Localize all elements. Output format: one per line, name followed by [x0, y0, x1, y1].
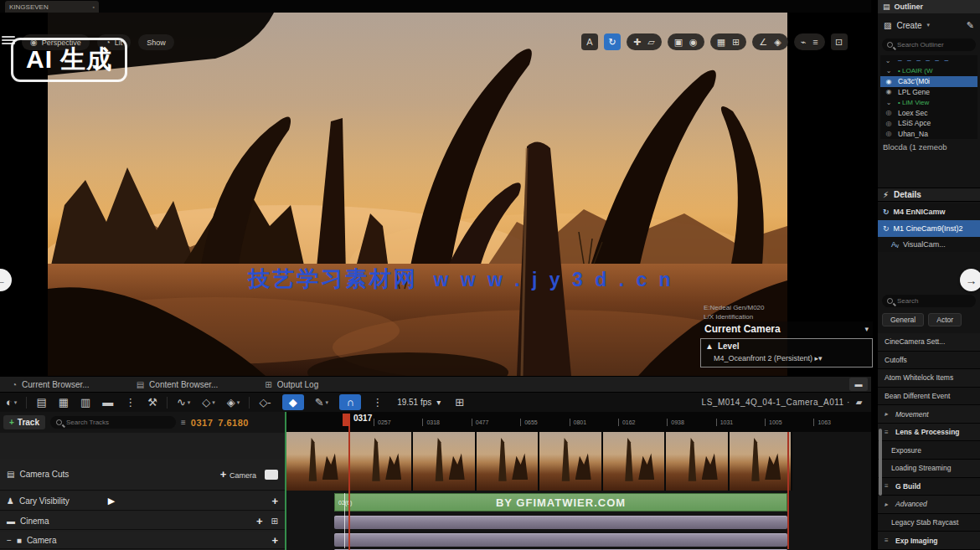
camera-speed-value-icon[interactable]: ≡: [812, 37, 818, 47]
curve-editor-button-active[interactable]: ∩: [339, 394, 361, 410]
outliner-row[interactable]: ◉ LPL Gene: [880, 87, 977, 98]
show-dropdown[interactable]: Show: [138, 34, 174, 50]
outliner-row[interactable]: ⌄ – – – – – –: [880, 55, 977, 66]
outliner-row[interactable]: ◎ Uhan_Na: [880, 129, 977, 140]
add-section-button[interactable]: +: [271, 534, 278, 547]
property-section-row[interactable]: ≡ G Build: [878, 478, 980, 496]
fps-dropdown[interactable]: 19.51 fps ▾: [389, 398, 449, 407]
rotate-tool-icon[interactable]: ↻: [604, 33, 621, 50]
track-search-input[interactable]: [66, 419, 158, 426]
lock-camera-button[interactable]: ⊞: [449, 396, 470, 409]
timecode-duration[interactable]: 7.6180: [218, 418, 249, 428]
outliner-search-input[interactable]: [897, 41, 964, 49]
eye-icon[interactable]: ◉: [884, 88, 894, 95]
track-search[interactable]: [50, 416, 176, 429]
property-row[interactable]: CineCamera Sett...: [878, 333, 980, 352]
outliner-row[interactable]: ◎ LSiS Apce: [880, 118, 977, 129]
scale-tool-icon[interactable]: ▱: [647, 37, 654, 48]
outliner-search[interactable]: [882, 39, 976, 51]
more-options-icon[interactable]: ⋮: [119, 396, 142, 409]
component-row-child[interactable]: Aᵥ VisualCam...: [878, 237, 980, 252]
outliner-row[interactable]: ⌄ • LOAIR (W: [880, 66, 977, 77]
render-movie-button[interactable]: ▦: [53, 396, 75, 409]
property-row[interactable]: ▸ Advanced: [878, 496, 980, 514]
eye-icon[interactable]: ◎: [884, 120, 894, 127]
carousel-right-arrow[interactable]: →: [960, 269, 980, 291]
maximize-viewport-icon[interactable]: ⊡: [831, 33, 848, 50]
visibility-clip-bar[interactable]: 02(6) BY GFIMATWIER.COM: [334, 493, 787, 511]
auto-key-settings-button[interactable]: ◈▾: [221, 396, 246, 409]
timeline-area[interactable]: 0257 0318 0477 0655 0801 0162 0938 1031 …: [285, 412, 871, 550]
outliner-row[interactable]: ⌄ • LiM View: [880, 97, 977, 108]
outliner-tab[interactable]: ▤ Outliner: [878, 0, 980, 13]
grid-small-icon[interactable]: ⊞: [271, 517, 278, 526]
add-section-button[interactable]: +: [271, 495, 278, 507]
window-tab[interactable]: KINGSEVEN ▪: [5, 1, 99, 13]
details-search[interactable]: [882, 295, 976, 307]
level-row[interactable]: ▲ Level: [705, 342, 868, 351]
3d-viewport[interactable]: ◉ Perspective ◔ Lit Show AI 生成 A ↻ ✚ ▱ ▣…: [0, 13, 871, 377]
keyframe-lane-bar[interactable]: [334, 516, 787, 529]
chevron-icon[interactable]: ⌄: [884, 67, 894, 75]
eye-icon[interactable]: ◎: [884, 109, 894, 116]
add-track-button[interactable]: + Track: [3, 415, 45, 429]
track-row-visibility[interactable]: ♟ Cary Visibility ▶ +: [0, 492, 285, 511]
clapperboard-button[interactable]: ▬: [96, 396, 119, 409]
property-row[interactable]: Exposure: [878, 441, 980, 460]
collapse-minus-icon[interactable]: −: [7, 536, 12, 545]
timecode-current[interactable]: 0317: [191, 418, 213, 428]
curve-tools-button[interactable]: ∿▾: [171, 396, 196, 409]
rotation-snap-icon[interactable]: ∠: [759, 37, 767, 48]
shots-button[interactable]: ▥: [75, 396, 96, 409]
playhead-line[interactable]: [348, 414, 350, 550]
tab-current-browser[interactable]: ◔ Current Browser...: [0, 377, 101, 392]
chevron-icon[interactable]: ⌄: [884, 57, 894, 64]
sidebar-scrollbar[interactable]: [879, 429, 882, 496]
timeline-ruler[interactable]: 0257 0318 0477 0655 0801 0162 0938 1031 …: [285, 412, 871, 432]
keyframe-minus-button[interactable]: ◇-: [253, 396, 276, 409]
camera-cuts-filmstrip[interactable]: [286, 432, 792, 491]
keyframe-options-button[interactable]: ◇▾: [196, 396, 221, 409]
outliner-row-selected[interactable]: ◉ Ca3c'(M0i: [880, 76, 977, 87]
component-row-selected[interactable]: ↻ M1 CineCam9(Inst)2: [878, 220, 980, 237]
chevron-icon[interactable]: ⌄: [884, 99, 894, 106]
add-camera-button[interactable]: + Camera: [220, 468, 256, 481]
keyframe-lane-bar[interactable]: [334, 533, 787, 547]
outliner-row[interactable]: ◎ Loex Sec: [880, 108, 977, 119]
track-row-camera[interactable]: − ■ Camera +: [0, 532, 285, 549]
camera-chip-icon[interactable]: [265, 470, 278, 480]
property-row[interactable]: Cutoffs: [878, 352, 980, 370]
track-row-cinema[interactable]: ▬ Cinema + ⊞: [0, 512, 285, 530]
play-triangle-icon[interactable]: ▶: [108, 496, 115, 506]
playback-options-button[interactable]: ◐ ▾: [0, 396, 23, 409]
tab-content-browser[interactable]: ▤ Content Browser...: [125, 377, 230, 392]
scale-snap-icon[interactable]: ◈: [774, 37, 781, 48]
current-camera-dropdown[interactable]: Current Camera ▾: [700, 321, 873, 337]
select-tool-icon[interactable]: A: [581, 33, 598, 50]
director-tools-button[interactable]: ⚒: [142, 396, 163, 409]
details-search-input[interactable]: [897, 297, 964, 305]
tab-output-log[interactable]: ⊞ Output Log: [253, 377, 330, 392]
filter-general-button[interactable]: General: [882, 313, 924, 326]
create-dropdown[interactable]: ▨ Create ▾ ✎: [878, 15, 980, 35]
grid-size-icon[interactable]: ⊞: [732, 37, 740, 48]
property-row[interactable]: Bean Different Event: [878, 388, 980, 406]
expand-triangle-icon[interactable]: ▸: [885, 410, 891, 418]
sequencer-tab-icon[interactable]: ▬: [849, 378, 868, 391]
edit-arrow-icon[interactable]: ✎: [967, 20, 974, 31]
property-section-row[interactable]: ≡ Lens & Processing: [878, 424, 980, 442]
component-row[interactable]: ↻ M4 EnNICamw: [878, 203, 980, 220]
property-row[interactable]: Atom Whitelock Items: [878, 369, 980, 388]
save-button[interactable]: ▤: [30, 396, 52, 409]
expand-triangle-icon[interactable]: ▸: [885, 501, 891, 508]
camera-speed-icon[interactable]: ⌁: [801, 37, 807, 48]
property-section-row[interactable]: ≡ Exp Imaging: [878, 532, 980, 550]
property-row[interactable]: Legacy Stab Raycast: [878, 514, 980, 532]
level-item[interactable]: M4_Oceanfront 2 (Persistent) ▸▾: [714, 354, 868, 362]
property-row[interactable]: ▸ Movement: [878, 405, 980, 424]
surface-snap-icon[interactable]: ▣: [674, 37, 683, 48]
vertical-dots-icon[interactable]: ⋮: [366, 396, 389, 409]
grid-snap-icon[interactable]: ▦: [717, 37, 725, 48]
eye-icon[interactable]: ◎: [884, 130, 894, 137]
filter-actor-button[interactable]: Actor: [928, 313, 962, 326]
